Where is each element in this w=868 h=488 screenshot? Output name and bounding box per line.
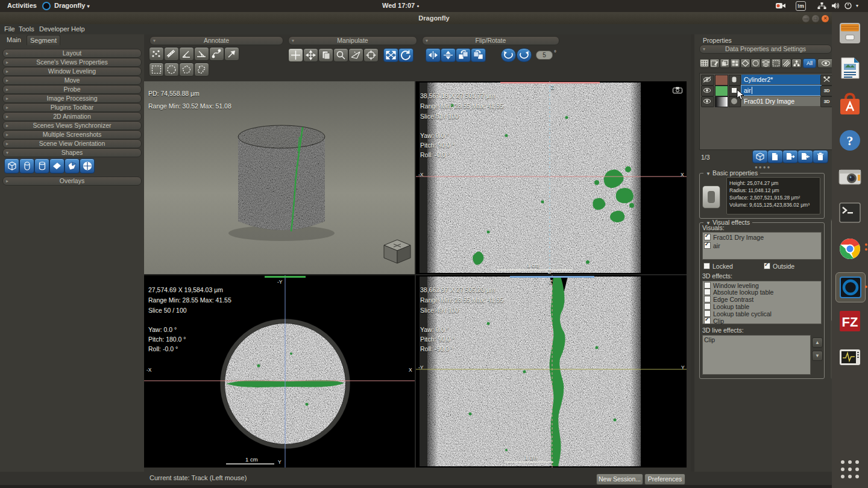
annotate-rect-region-button[interactable] <box>149 63 164 77</box>
menu-file[interactable]: File <box>4 25 15 33</box>
rotate-angle-input[interactable]: 5 <box>536 51 553 60</box>
chevron-down-icon[interactable]: ▾ <box>856 3 858 8</box>
dock-files-icon[interactable] <box>837 20 863 46</box>
rotate-ccw-button[interactable] <box>501 48 516 62</box>
duplicate-button[interactable] <box>767 150 783 163</box>
annotate-polygon-region-button[interactable] <box>179 63 194 77</box>
filter-all-button[interactable]: All <box>803 58 816 68</box>
dock-camera-icon[interactable] <box>837 164 863 189</box>
dock-ubuntu-software-icon[interactable] <box>837 92 863 117</box>
panel-multiple-screenshots[interactable]: ▸Multiple Screenshots <box>2 130 142 139</box>
color-swatch-air[interactable] <box>715 86 728 96</box>
manipulate-fit-button[interactable] <box>383 48 398 62</box>
shape-plane-button[interactable] <box>49 158 64 174</box>
cylinder-shape-button[interactable] <box>702 186 720 208</box>
manipulate-rotate-button[interactable] <box>398 48 414 62</box>
manipulate-move-button[interactable] <box>303 48 318 62</box>
dock-dragonfly-icon-active[interactable] <box>835 272 866 302</box>
viewport-slice-xy[interactable]: 27,574.69 X 19,584.03 μm Range Min: 28.5… <box>144 275 415 468</box>
annotate-ellipse-region-button[interactable] <box>164 63 179 77</box>
annotate-point-button[interactable] <box>149 47 164 61</box>
dock-libreoffice-writer-icon[interactable] <box>837 55 863 81</box>
dock-filezilla-icon[interactable]: FZ <box>837 308 863 334</box>
rotate-page-ccw-button[interactable] <box>456 48 471 62</box>
app-menu-button[interactable]: Dragonfly ▾ <box>54 2 89 9</box>
manipulate-center-button[interactable] <box>363 48 379 62</box>
visibility-on-icon[interactable] <box>701 86 714 96</box>
effect-absolute-lut[interactable]: Absolute lookup table <box>703 289 821 296</box>
move-up-button[interactable]: ▲ <box>812 337 823 348</box>
color-swatch-cylinder[interactable] <box>715 75 728 86</box>
panel-image-processing[interactable]: ▸Image Processing <box>2 94 142 103</box>
viewport-slice-xz[interactable]: 38,567.18 X 27,501.77 μm Range Min: 28.5… <box>416 81 687 274</box>
import-button[interactable] <box>797 150 813 163</box>
locked-checkbox[interactable]: Locked <box>703 263 733 270</box>
snapshot-camera-icon[interactable] <box>673 85 682 96</box>
grayscale-lut-swatch[interactable] <box>715 96 728 107</box>
panel-shapes[interactable]: ▾Shapes <box>2 148 142 157</box>
dataset-name-edit-field[interactable]: air <box>741 86 821 95</box>
annotate-arrow-button[interactable] <box>224 47 239 61</box>
viewport-3d[interactable]: PD: 74,558.88 μm Range Min: 30.52 Max: 5… <box>144 81 415 274</box>
panel-plugins-toolbar[interactable]: ▸Plugins Toolbar <box>2 103 142 112</box>
shape-capsule-button[interactable] <box>19 158 34 174</box>
dataset-row-frac01[interactable]: Frac01 Dry Image 3D <box>700 96 832 107</box>
basic-properties-title[interactable]: ▼Basic properties <box>703 169 760 177</box>
dock-help-icon[interactable]: ? <box>837 128 863 153</box>
annotate-angle-button[interactable] <box>179 47 194 61</box>
panel-move[interactable]: ▸Move <box>2 76 142 85</box>
show-applications-icon[interactable] <box>837 457 863 482</box>
outside-checkbox[interactable]: Outside <box>764 263 794 270</box>
shape-cylinder-button[interactable] <box>34 158 49 174</box>
viewport-slice-yz[interactable]: 38,662.97 X 27,505.20 μm Range Min: 28.5… <box>416 275 687 468</box>
3d-disabled-icon[interactable] <box>820 75 833 86</box>
delete-button[interactable] <box>813 150 828 163</box>
volume-icon[interactable] <box>831 2 840 11</box>
annotate-angle-base-button[interactable] <box>194 47 209 61</box>
3d-badge[interactable]: 3D <box>820 86 833 96</box>
rotate-cw-button[interactable] <box>517 48 532 62</box>
filter-grid-icon[interactable] <box>730 58 740 68</box>
filter-layers-icon[interactable] <box>720 58 730 68</box>
checkbox-checked-icon[interactable] <box>704 242 711 249</box>
visibility-off-icon[interactable] <box>701 75 714 86</box>
menu-developer[interactable]: Developer <box>39 25 69 33</box>
filter-circle-icon[interactable] <box>750 58 761 68</box>
filter-hatch-icon[interactable] <box>781 58 791 68</box>
toolbar-manipulate-header[interactable]: ▾Manipulate <box>288 36 417 45</box>
shape-box-button[interactable] <box>4 158 19 174</box>
annotate-ruler-button[interactable] <box>164 47 179 61</box>
filter-edit-icon[interactable] <box>709 58 720 68</box>
panel-window-leveling[interactable]: ▸Window Leveling <box>2 67 142 76</box>
maximize-button[interactable]: □ <box>812 15 819 22</box>
filter-tree-icon[interactable] <box>791 58 802 68</box>
filter-stack-icon[interactable] <box>761 58 771 68</box>
live-effect-clip[interactable]: Clip <box>703 337 810 343</box>
dataset-row-air[interactable]: air 3D <box>700 85 832 96</box>
panel-scene-views-properties[interactable]: ▸Scene's Views Properties <box>2 58 142 67</box>
activities-button[interactable]: Activities <box>7 2 37 9</box>
dataset-row-cylinder2[interactable]: Cylinder2* <box>700 74 832 85</box>
clock[interactable]: Wed 17:07 ● <box>382 2 420 9</box>
filter-diamond-icon[interactable] <box>740 58 750 68</box>
panel-probe[interactable]: ▸Probe <box>2 85 142 94</box>
preferences-button[interactable]: Preferences <box>644 474 685 485</box>
flip-horizontal-button[interactable] <box>426 48 441 62</box>
show-3d-button[interactable] <box>752 150 768 163</box>
visual-item-air[interactable]: air <box>703 242 821 249</box>
dataset-name[interactable]: Cylinder2* <box>741 75 821 84</box>
dock-chrome-icon[interactable] <box>837 236 863 261</box>
annotate-path-button[interactable] <box>209 47 224 61</box>
shape-polygon-button[interactable] <box>64 158 80 174</box>
shape-sphere-section-button[interactable] <box>80 158 95 174</box>
effect-lut-cyclical[interactable]: Lookup table cyclical <box>703 310 821 318</box>
filter-selection-icon[interactable] <box>771 58 781 68</box>
tab-segment[interactable]: Segment <box>27 35 60 45</box>
move-down-button[interactable]: ▼ <box>812 351 823 361</box>
screen-recorder-icon[interactable] <box>775 2 786 11</box>
toolbar-annotate-header[interactable]: ▾Annotate <box>149 36 283 45</box>
effect-clip[interactable]: Clip <box>703 318 821 325</box>
checkbox-checked-icon[interactable] <box>704 234 711 240</box>
data-properties-header[interactable]: ▾Data Properties and Settings <box>699 45 832 54</box>
rotate-page-cw-button[interactable] <box>471 48 486 62</box>
